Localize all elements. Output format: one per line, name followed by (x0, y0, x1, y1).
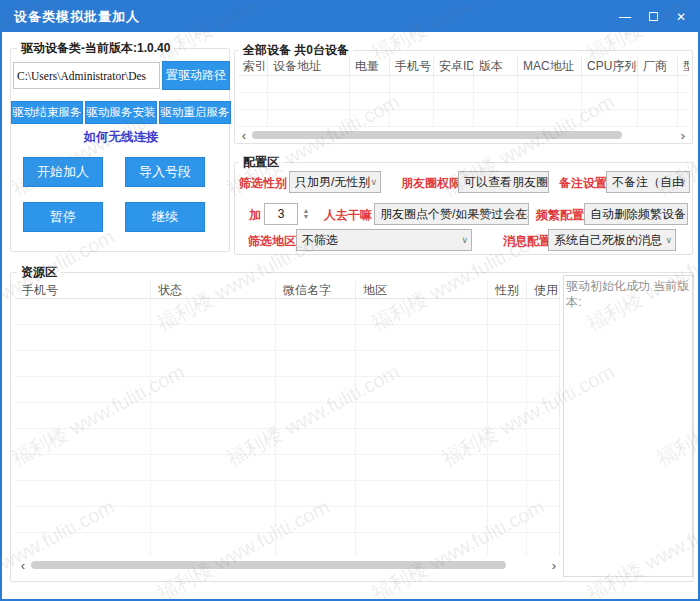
region-filter-label: 筛选地区 (248, 233, 296, 250)
add-count-label: 加 (249, 207, 261, 224)
resources-column-header: 手机号 (15, 281, 151, 298)
resources-scroll-track[interactable] (29, 560, 548, 570)
devices-column-line (350, 76, 390, 127)
devices-column-header: 设备地址 (268, 56, 350, 75)
minimize-icon[interactable]: — (619, 11, 631, 23)
remark-setting-label: 备注设置 (559, 175, 607, 192)
devices-column-header: 厂商 (638, 56, 678, 75)
driver-stop-service-button[interactable]: 驱动结束服务 (11, 101, 83, 124)
wireless-connect-link[interactable]: 如何无线连接 (11, 129, 231, 146)
devices-column-header: 版本 (474, 56, 518, 75)
resources-column-line (527, 299, 559, 556)
resources-table-body (15, 299, 559, 556)
devices-column-header: 索引 (238, 56, 268, 75)
maximize-icon[interactable] (649, 11, 658, 23)
resources-table-header: 手机号状态微信名字地区性别使用 (15, 281, 559, 299)
moments-permission-label: 朋友圈权限 (401, 175, 461, 192)
window-title: 设备类模拟批量加人 (14, 8, 140, 26)
driver-install-service-button[interactable]: 驱动服务安装 (85, 101, 157, 124)
resources-column-line (15, 299, 151, 556)
devices-column-line (390, 76, 434, 127)
driver-panel-group: 驱动设备类-当前版本:1.0.40 C:\Users\Administrator… (10, 48, 230, 252)
stepper-down-icon[interactable] (300, 214, 312, 220)
devices-column-line (268, 76, 350, 127)
service-buttons-row: 驱动结束服务 驱动服务安装 驱动重启服务 (11, 101, 231, 124)
devices-column-header: 手机号 (390, 56, 434, 75)
maximize-box-icon (649, 12, 658, 21)
add-count-input[interactable]: 3 (264, 203, 298, 225)
devices-scroll-track[interactable] (250, 130, 677, 140)
set-driver-path-button[interactable]: 置驱动路径 (162, 61, 230, 90)
resources-table: 手机号状态微信名字地区性别使用 (15, 281, 560, 556)
log-text: 驱动初始化成功 当前版本: (566, 279, 690, 310)
devices-column-header: CPU序列号 (582, 56, 638, 75)
purpose-label: 人去干嘛 (324, 207, 372, 224)
devices-column-header: MAC地址 (518, 56, 582, 75)
resources-column-header: 性别 (488, 281, 527, 298)
import-numbers-button[interactable]: 导入号段 (125, 157, 205, 187)
window-controls: — ✕ (619, 11, 686, 23)
resources-column-line (276, 299, 356, 556)
devices-column-line (474, 76, 518, 127)
devices-scroll-thumb[interactable] (252, 131, 622, 139)
title-bar: 设备类模拟批量加人 — ✕ (2, 2, 698, 32)
region-filter-dropdown[interactable]: 不筛选 (296, 229, 472, 251)
resources-column-line (488, 299, 527, 556)
devices-column-line (638, 76, 678, 127)
add-count-stepper (300, 203, 312, 225)
start-adding-button[interactable]: 开始加人 (23, 157, 103, 187)
devices-column-header: 安卓ID (434, 56, 474, 75)
devices-table-header: 索引设备地址电量手机号安卓ID版本MAC地址CPU序列号厂商型号 (238, 56, 689, 76)
scroll-left-icon[interactable] (238, 129, 250, 142)
driver-restart-service-button[interactable]: 驱动重启服务 (159, 101, 231, 124)
devices-group: 全部设备 共0台设备 索引设备地址电量手机号安卓ID版本MAC地址CPU序列号厂… (234, 50, 693, 144)
resources-hscrollbar (17, 559, 560, 571)
resources-column-header: 使用 (527, 281, 559, 298)
config-group-title: 配置区 (239, 154, 283, 171)
moments-permission-dropdown[interactable]: 可以查看朋友圈 (458, 171, 549, 193)
app-window: 设备类模拟批量加人 — ✕ 驱动设备类-当前版本:1.0.40 C:\Users… (0, 0, 700, 601)
close-icon[interactable]: ✕ (676, 11, 686, 23)
resources-scroll-thumb[interactable] (31, 561, 506, 569)
devices-column-header: 型号 (678, 56, 689, 75)
resources-group: 资源区 手机号状态微信名字地区性别使用 驱动初始化成功 当前版本: (10, 272, 694, 582)
resources-column-line (151, 299, 276, 556)
devices-column-header: 电量 (350, 56, 390, 75)
log-panel[interactable]: 驱动初始化成功 当前版本: (563, 275, 693, 577)
resume-button[interactable]: 继续 (125, 202, 205, 232)
frequency-config-dropdown[interactable]: 自动删除频繁设备 (584, 203, 688, 225)
devices-column-line (434, 76, 474, 127)
resources-column-header: 地区 (356, 281, 488, 298)
message-config-label: 消息配置 (503, 233, 551, 250)
gender-filter-label: 筛选性别 (239, 175, 287, 192)
driver-path-input[interactable]: C:\Users\Administrator\Des (13, 62, 160, 89)
devices-table-body (238, 76, 689, 127)
devices-column-line (582, 76, 638, 127)
frequency-config-label: 频繁配置 (536, 207, 584, 224)
purpose-dropdown[interactable]: 朋友圈点个赞/如果赞过会在取 (374, 203, 529, 225)
resources-column-header: 状态 (151, 281, 276, 298)
devices-column-line (678, 76, 689, 127)
devices-hscrollbar (238, 129, 689, 141)
scroll-right-icon[interactable] (548, 559, 560, 572)
scroll-left-icon[interactable] (17, 559, 29, 572)
devices-column-line (238, 76, 268, 127)
resources-column-header: 微信名字 (276, 281, 356, 298)
scroll-right-icon[interactable] (677, 129, 689, 142)
gender-filter-dropdown[interactable]: 只加男/无性别 (289, 171, 381, 193)
driver-panel-title: 驱动设备类-当前版本:1.0.40 (17, 40, 174, 57)
resources-column-line (356, 299, 488, 556)
message-config-dropdown[interactable]: 系统自己死板的消息 (548, 229, 676, 251)
remark-setting-dropdown[interactable]: 不备注（自由 (606, 171, 690, 193)
devices-column-line (518, 76, 582, 127)
pause-button[interactable]: 暂停 (23, 202, 103, 232)
resources-group-title: 资源区 (17, 264, 61, 281)
config-group: 配置区 筛选性别 只加男/无性别 朋友圈权限 可以查看朋友圈 备注设置 不备注（… (234, 162, 693, 255)
